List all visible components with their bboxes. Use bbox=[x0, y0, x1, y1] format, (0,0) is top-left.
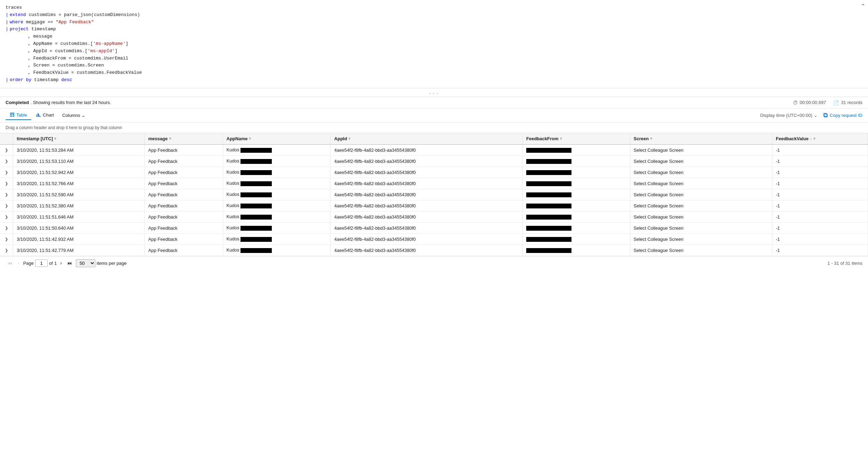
row-expand-button[interactable]: ❯ bbox=[3, 158, 9, 164]
row-expand-cell: ❯ bbox=[0, 222, 13, 233]
row-expand-cell: ❯ bbox=[0, 189, 13, 200]
th-timestamp[interactable]: timestamp [UTC] ▿ bbox=[13, 133, 145, 144]
page-input[interactable] bbox=[35, 260, 48, 267]
row-appname: Kudos bbox=[223, 245, 331, 256]
row-appid: 4aee54f2-f8fb-4a82-bbd3-aa34554380f0 bbox=[331, 178, 523, 189]
svg-rect-1 bbox=[10, 114, 12, 116]
copy-icon bbox=[823, 113, 828, 118]
page-summary: 1 - 31 of 31 items bbox=[828, 261, 862, 266]
row-feedbackfrom bbox=[523, 200, 630, 211]
feedbackfrom-redacted bbox=[526, 226, 571, 231]
last-page-button[interactable]: ⏭ bbox=[65, 259, 74, 267]
row-timestamp: 3/10/2020, 11:51:50.640 AM bbox=[13, 222, 145, 233]
th-appname[interactable]: AppName ▿ bbox=[223, 133, 331, 144]
status-time: ⏱ 00:00:00.697 bbox=[793, 100, 826, 105]
first-page-button[interactable]: ⏮ bbox=[6, 259, 15, 267]
status-records-value: 31 records bbox=[841, 100, 862, 105]
row-feedbackvalue: -1 bbox=[772, 178, 868, 189]
feedbackvalue-filter-icon[interactable]: ▿ bbox=[813, 136, 815, 141]
th-feedbackfrom[interactable]: FeedbackFrom ▿ bbox=[523, 133, 630, 144]
of-pages: 1 bbox=[54, 261, 57, 266]
row-appname: Kudos bbox=[223, 200, 331, 211]
row-feedbackvalue: -1 bbox=[772, 189, 868, 200]
appname-redacted bbox=[240, 148, 272, 153]
th-screen-label: Screen bbox=[634, 136, 649, 141]
row-feedbackfrom bbox=[523, 178, 630, 189]
columns-button[interactable]: Columns ⌄ bbox=[59, 111, 89, 120]
row-expand-cell: ❯ bbox=[0, 144, 13, 156]
code-line-10: , FeedbackValue = customdims.FeedbackVal… bbox=[6, 69, 862, 77]
svg-rect-5 bbox=[37, 115, 38, 117]
status-completed: Completed bbox=[6, 100, 29, 105]
prev-page-button[interactable]: ‹ bbox=[16, 259, 22, 267]
row-screen: Select Colleague Screen bbox=[630, 189, 772, 200]
display-time[interactable]: Display time (UTC+00:00) ⌄ bbox=[760, 113, 818, 118]
row-timestamp: 3/10/2020, 11:51:42.932 AM bbox=[13, 233, 145, 245]
feedbackfrom-filter-icon[interactable]: ▿ bbox=[560, 136, 562, 141]
code-editor: traces | extend customdims = parse_json(… bbox=[0, 0, 868, 88]
row-expand-button[interactable]: ❯ bbox=[3, 236, 9, 242]
row-appname: Kudos bbox=[223, 233, 331, 245]
row-expand-cell: ❯ bbox=[0, 233, 13, 245]
tab-table[interactable]: Table bbox=[6, 111, 31, 120]
row-timestamp: 3/10/2020, 11:51:52.942 AM bbox=[13, 167, 145, 178]
row-message: App Feedback bbox=[145, 211, 223, 222]
row-expand-button[interactable]: ❯ bbox=[3, 192, 9, 198]
row-screen: Select Colleague Screen bbox=[630, 144, 772, 156]
per-page-select[interactable]: 50 100 200 bbox=[76, 259, 95, 267]
row-appid: 4aee54f2-f8fb-4a82-bbd3-aa34554380f0 bbox=[331, 156, 523, 167]
row-expand-button[interactable]: ❯ bbox=[3, 203, 9, 209]
code-line-2: | extend customdims = parse_json(customD… bbox=[6, 11, 862, 19]
row-expand-cell: ❯ bbox=[0, 211, 13, 222]
row-appid: 4aee54f2-f8fb-4a82-bbd3-aa34554380f0 bbox=[331, 211, 523, 222]
appname-filter-icon[interactable]: ▿ bbox=[249, 136, 251, 141]
message-filter-icon[interactable]: ▿ bbox=[169, 136, 171, 141]
feedbackfrom-redacted bbox=[526, 204, 571, 208]
row-message: App Feedback bbox=[145, 233, 223, 245]
row-expand-button[interactable]: ❯ bbox=[3, 169, 9, 175]
row-screen: Select Colleague Screen bbox=[630, 211, 772, 222]
row-expand-button[interactable]: ❯ bbox=[3, 147, 9, 153]
display-time-label: Display time (UTC+00:00) bbox=[760, 113, 812, 118]
row-appname: Kudos bbox=[223, 178, 331, 189]
tab-chart-label: Chart bbox=[43, 112, 54, 118]
row-expand-button[interactable]: ❯ bbox=[3, 181, 9, 187]
appname-redacted bbox=[240, 248, 272, 253]
row-appid: 4aee54f2-f8fb-4a82-bbd3-aa34554380f0 bbox=[331, 144, 523, 156]
tab-chart[interactable]: Chart bbox=[32, 111, 58, 120]
row-feedbackvalue: -1 bbox=[772, 144, 868, 156]
th-screen[interactable]: Screen ▿ bbox=[630, 133, 772, 144]
columns-label: Columns bbox=[62, 113, 80, 118]
row-expand-button[interactable]: ❯ bbox=[3, 214, 9, 220]
row-expand-button[interactable]: ❯ bbox=[3, 247, 9, 253]
appname-redacted bbox=[240, 181, 272, 186]
tab-table-label: Table bbox=[16, 112, 27, 118]
feedbackvalue-sort-icon[interactable]: ↓ bbox=[810, 136, 812, 141]
row-feedbackvalue: -1 bbox=[772, 245, 868, 256]
th-feedbackvalue-label: FeedbackValue bbox=[776, 136, 808, 141]
appid-filter-icon[interactable]: ▿ bbox=[348, 136, 350, 141]
row-message: App Feedback bbox=[145, 245, 223, 256]
row-message: App Feedback bbox=[145, 222, 223, 233]
th-appid[interactable]: AppId ▿ bbox=[331, 133, 523, 144]
th-feedbackfrom-label: FeedbackFrom bbox=[526, 136, 558, 141]
table-row: ❯ 3/10/2020, 11:51:53.110 AM App Feedbac… bbox=[0, 156, 868, 167]
row-timestamp: 3/10/2020, 11:51:51.646 AM bbox=[13, 211, 145, 222]
th-message[interactable]: message ▿ bbox=[145, 133, 223, 144]
timestamp-filter-icon[interactable]: ▿ bbox=[54, 136, 56, 141]
th-feedbackvalue[interactable]: FeedbackValue ↓ ▿ bbox=[772, 133, 868, 144]
code-line-9: , Screen = customdims.Screen bbox=[6, 62, 862, 69]
row-expand-cell: ❯ bbox=[0, 156, 13, 167]
collapse-button[interactable]: ⌃ bbox=[861, 3, 865, 9]
row-feedbackvalue: -1 bbox=[772, 211, 868, 222]
data-table-wrapper: timestamp [UTC] ▿ message ▿ AppName ▿ bbox=[0, 133, 868, 256]
copy-request[interactable]: Copy request ID bbox=[823, 113, 862, 118]
row-message: App Feedback bbox=[145, 200, 223, 211]
row-expand-button[interactable]: ❯ bbox=[3, 225, 9, 231]
row-feedbackvalue: -1 bbox=[772, 200, 868, 211]
feedbackfrom-redacted bbox=[526, 237, 571, 242]
row-feedbackfrom bbox=[523, 189, 630, 200]
screen-filter-icon[interactable]: ▿ bbox=[650, 136, 652, 141]
row-feedbackfrom bbox=[523, 233, 630, 245]
next-page-button[interactable]: › bbox=[58, 259, 64, 267]
